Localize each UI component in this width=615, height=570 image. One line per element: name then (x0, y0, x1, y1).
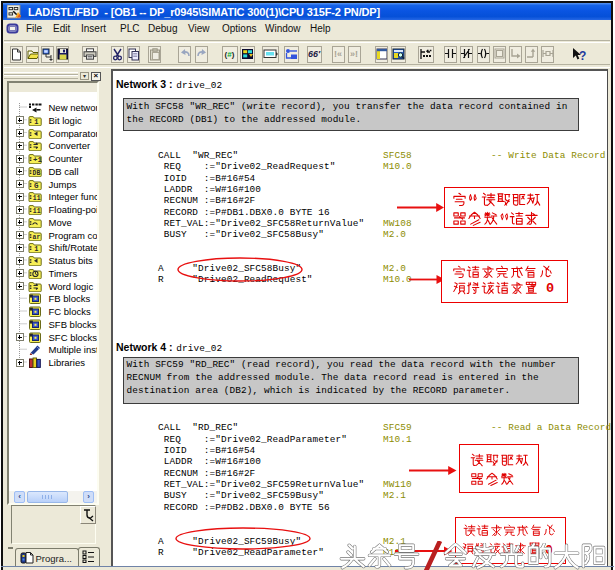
svg-text:1: 1 (34, 117, 38, 125)
svg-text:11: 11 (33, 208, 41, 215)
svg-text:+1: +1 (33, 156, 42, 164)
svg-text:DB: DB (33, 169, 41, 176)
svg-text:?: ? (579, 49, 586, 62)
svg-text:G: G (34, 181, 39, 189)
svg-text:ar: ar (33, 233, 41, 240)
svg-text:11: 11 (33, 195, 41, 202)
svg-text:1: 1 (34, 245, 38, 253)
